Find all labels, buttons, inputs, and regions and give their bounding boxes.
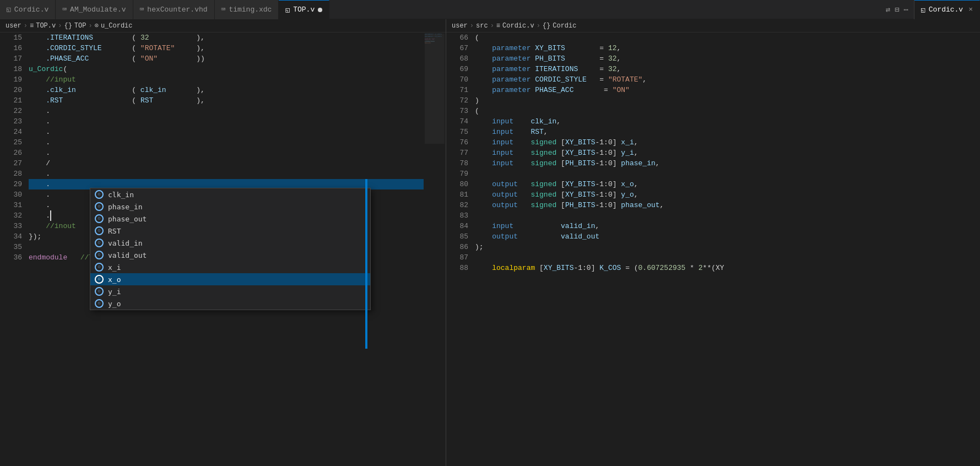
ac-item-clk_in[interactable]: ○ clk_in (90, 188, 370, 201)
close-icon[interactable]: × (968, 6, 973, 14)
unsaved-dot (318, 8, 322, 12)
ac-icon-y_o: ○ (95, 299, 104, 308)
ac-icon-phase_out: ○ (95, 214, 104, 223)
ac-label-y_o: y_o (108, 300, 121, 308)
r-code-line-69: parameter ITERATIONS = 32, (475, 64, 980, 74)
ac-icon-phase_in: ○ (95, 202, 104, 211)
breadcrumb-left: user › ≡ TOP.v › {} TOP › ⊙ u_Cordic (0, 19, 446, 32)
r-code-line-70: parameter CORDIC_STYLE = "ROTATE", (475, 74, 980, 85)
bc-r-src: src (476, 22, 488, 30)
r-code-line-82: output signed [PH_BITS-1:0] phase_out, (475, 200, 980, 210)
tab-bar-left: ◱ Cordic.v ⌨ AM_Modulate.v ⌨ hexCounter.… (0, 0, 980, 19)
r-code-line-86: ); (475, 242, 980, 252)
code-line-20: .clk_in ( clk_in ), (29, 85, 424, 95)
bc-icon3: ⊙ (95, 21, 99, 30)
ac-label-phase_out: phase_out (108, 215, 147, 223)
tab-am-modulate[interactable]: ⌨ AM_Modulate.v (56, 0, 133, 19)
bc-icon: ≡ (30, 22, 34, 30)
left-minimap: parameter XY_BITS parameter PH_BITS modu… (424, 32, 446, 466)
ac-item-y_o[interactable]: ○ y_o (90, 297, 370, 310)
r-code-line-79 (475, 169, 980, 179)
code-line-21: .RST ( RST ), (29, 95, 424, 106)
r-code-line-74: input clk_in, (475, 116, 980, 127)
code-line-19: //input (29, 74, 424, 85)
editors-container: user › ≡ TOP.v › {} TOP › ⊙ u_Cordic 151… (0, 19, 980, 466)
split-icon[interactable]: ⊟ (895, 5, 899, 14)
left-code-area: 1516171819 2021222324 2526272829 3031323… (0, 32, 446, 466)
left-line-numbers: 1516171819 2021222324 2526272829 3031323… (0, 32, 26, 466)
r-code-line-68: parameter PH_BITS = 32, (475, 53, 980, 64)
tab-cordic-v-right[interactable]: ◱ Cordic.v × (914, 0, 980, 19)
ac-icon-valid_out: ○ (95, 251, 104, 259)
r-code-line-87 (475, 252, 980, 263)
tab-icon: ⌨ (140, 5, 144, 14)
bc-r-cordic: Cordic.v (502, 22, 534, 30)
bc-top-v: TOP.v (36, 22, 56, 30)
r-code-line-84: input valid_in, (475, 221, 980, 231)
r-code-line-85: output valid_out (475, 231, 980, 242)
tab-icon: ◱ (285, 6, 290, 14)
ac-label-y_i: y_i (108, 288, 121, 296)
r-code-line-71: parameter PHASE_ACC = "ON" (475, 85, 980, 95)
left-editor-pane: user › ≡ TOP.v › {} TOP › ⊙ u_Cordic 151… (0, 19, 446, 466)
r-code-line-88: localparam [XY_BITS-1:0] K_COS = (0.6072… (475, 263, 980, 273)
bc-user: user (6, 22, 21, 30)
right-line-numbers: 6667686970 7172737475 7677787980 8182838… (446, 32, 473, 466)
ac-item-RST[interactable]: ○ RST (90, 225, 370, 237)
overflow-icon[interactable]: ⋯ (904, 5, 908, 14)
ac-icon-valid_in: ○ (95, 239, 104, 247)
right-editor-pane: user › src › ≡ Cordic.v › {} Cordic 6667… (446, 19, 980, 466)
tab-icon: ⌨ (62, 5, 67, 14)
ac-icon-y_i: ○ (95, 287, 104, 296)
code-line-27: / (29, 158, 424, 169)
code-line-17: .PHASE_ACC ( "ON" )) (29, 53, 424, 64)
bc-icon-r: ≡ (496, 22, 500, 30)
ac-label-x_o: x_o (108, 275, 121, 284)
ac-item-x_o[interactable]: ○ x_o (90, 273, 370, 285)
ac-label-valid_in: valid_in (108, 239, 143, 247)
ac-item-y_i[interactable]: ○ y_i (90, 285, 370, 297)
r-code-line-78: input signed [PH_BITS-1:0] phase_in, (475, 158, 980, 169)
ac-item-x_i[interactable]: ○ x_i (90, 261, 370, 273)
tab-actions-left: ⇄ ⊟ ⋯ (886, 5, 914, 14)
code-line-16: .CORDIC_STYLE ( "ROTATE" ), (29, 43, 424, 53)
tab-icon: ◱ (7, 5, 11, 14)
ac-item-phase_in[interactable]: ○ phase_in (90, 201, 370, 213)
ac-item-phase_out[interactable]: ○ phase_out (90, 213, 370, 225)
code-line-24: . (29, 127, 424, 137)
ac-label-RST: RST (108, 227, 121, 235)
bc-r-user: user (452, 22, 468, 30)
r-code-line-73: ( (475, 106, 980, 116)
r-code-line-76: input signed [XY_BITS-1:0] x_i, (475, 137, 980, 148)
tab-top-v[interactable]: ◱ TOP.v (279, 0, 329, 19)
right-code-area: 6667686970 7172737475 7677787980 8182838… (446, 32, 980, 466)
tab-timing[interactable]: ⌨ timing.xdc (215, 0, 279, 19)
ac-label-phase_in: phase_in (108, 203, 143, 211)
bc-r-cordic-mod: Cordic (553, 22, 576, 30)
ac-icon-RST: ○ (95, 226, 104, 235)
left-code-content[interactable]: .ITERATIONS ( 32 ), .CORDIC_STYLE ( "ROT… (26, 32, 424, 466)
tab-cordic-v-left[interactable]: ◱ Cordic.v (0, 0, 56, 19)
tab-icon: ◱ (921, 6, 925, 14)
ac-item-valid_out[interactable]: ○ valid_out (90, 249, 370, 261)
right-code-content[interactable]: ( parameter XY_BITS = 12, parameter PH_B… (473, 32, 980, 466)
code-line-23: . (29, 116, 424, 127)
ac-label-clk_in: clk_in (108, 191, 134, 199)
ac-label-valid_out: valid_out (108, 251, 147, 259)
bc-icon-r2: {} (543, 22, 550, 30)
r-code-line-75: input RST, (475, 127, 980, 137)
tab-icon: ⌨ (221, 5, 226, 14)
code-line-22: . (29, 106, 424, 116)
ac-item-valid_in[interactable]: ○ valid_in (90, 237, 370, 249)
tab-hexcounter[interactable]: ⌨ hexCounter.vhd (133, 0, 215, 19)
sync-icon[interactable]: ⇄ (886, 5, 890, 14)
code-line-28: . (29, 169, 424, 179)
code-line-25: . (29, 137, 424, 148)
ac-icon-clk_in: ○ (95, 190, 104, 199)
r-code-line-72: ) (475, 95, 980, 106)
code-line-15: .ITERATIONS ( 32 ), (29, 32, 424, 43)
autocomplete-dropdown[interactable]: ○ clk_in ○ phase_in ○ phase_out ○ RST (90, 188, 371, 310)
r-code-line-80: output signed [XY_BITS-1:0] x_o, (475, 179, 980, 189)
breadcrumb-right: user › src › ≡ Cordic.v › {} Cordic (446, 19, 980, 32)
r-code-line-83 (475, 210, 980, 221)
